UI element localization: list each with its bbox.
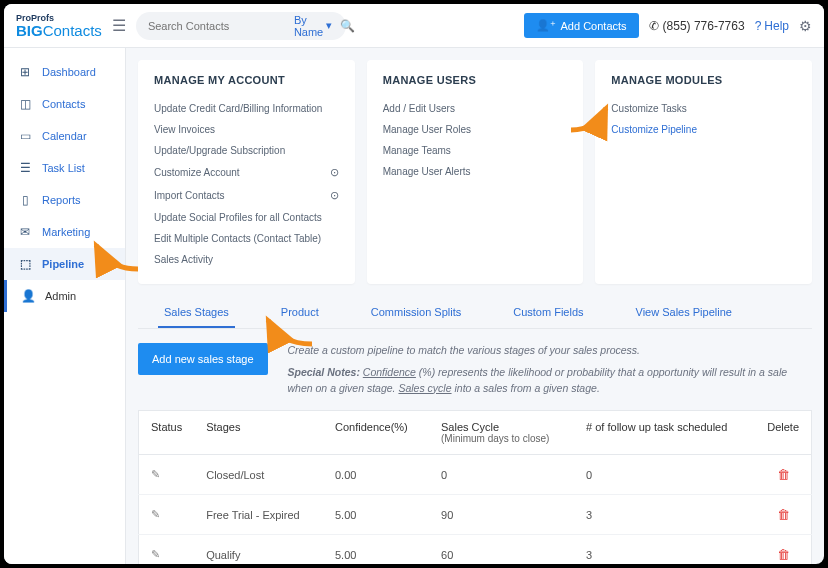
cell-cycle: 0 [429,455,574,495]
cell-confidence: 5.00 [323,535,429,564]
search-input[interactable] [148,20,286,32]
account-link-billing[interactable]: Update Credit Card/Billing Information [154,98,339,119]
modules-link-tasks[interactable]: Customize Tasks [611,98,796,119]
tab-sales-stages[interactable]: Sales Stages [158,298,235,328]
account-link-subscription[interactable]: Update/Upgrade Subscription [154,140,339,161]
tab-custom-fields[interactable]: Custom Fields [507,298,589,328]
cell-cycle: 90 [429,495,574,535]
sidebar-item-label: Pipeline [42,258,84,270]
cell-confidence: 5.00 [323,495,429,535]
sidebar-item-marketing[interactable]: ✉Marketing [4,216,125,248]
sidebar-item-reports[interactable]: ▯Reports [4,184,125,216]
sidebar: ⊞Dashboard ◫Contacts ▭Calendar ☰Task Lis… [4,48,126,564]
card-title: MANAGE USERS [383,74,568,86]
sidebar-item-label: Dashboard [42,66,96,78]
phone-number: ✆(855) 776-7763 [649,19,745,33]
pipeline-icon: ⬚ [18,257,32,271]
calendar-icon: ▭ [18,129,32,143]
add-sales-stage-button[interactable]: Add new sales stage [138,343,268,375]
account-link-import[interactable]: Import Contacts⊙ [154,184,339,207]
col-followup: # of follow up task scheduled [574,411,755,455]
sidebar-item-label: Contacts [42,98,85,110]
trash-icon: 🗑 [777,467,790,482]
edit-row-button[interactable]: ✎ [139,455,195,495]
users-link-teams[interactable]: Manage Teams [383,140,568,161]
sidebar-item-pipeline[interactable]: ⬚Pipeline [4,248,125,280]
account-link-customize[interactable]: Customize Account⊙ [154,161,339,184]
account-link-social[interactable]: Update Social Profiles for all Contacts [154,207,339,228]
table-row: ✎ Free Trial - Expired 5.00 90 3 🗑 [139,495,812,535]
tab-commission-splits[interactable]: Commission Splits [365,298,467,328]
users-link-add-edit[interactable]: Add / Edit Users [383,98,568,119]
cell-followup: 3 [574,535,755,564]
sidebar-item-label: Task List [42,162,85,174]
col-delete: Delete [755,411,811,455]
add-user-icon: 👤⁺ [536,19,556,32]
cell-stage: Closed/Lost [194,455,323,495]
account-link-sales-activity[interactable]: Sales Activity [154,249,339,270]
manage-modules-card: MANAGE MODULES Customize Tasks Customize… [595,60,812,284]
stages-table: Status Stages Confidence(%) Sales Cycle(… [138,410,812,564]
gear-icon[interactable]: ⚙ [799,18,812,34]
dashboard-icon: ⊞ [18,65,32,79]
trash-icon: 🗑 [777,547,790,562]
admin-icon: 👤 [21,289,35,303]
tabs: Sales Stages Product Commission Splits C… [138,298,812,329]
sidebar-item-label: Calendar [42,130,87,142]
delete-row-button[interactable]: 🗑 [755,495,811,535]
sidebar-item-label: Marketing [42,226,90,238]
intro-text: Create a custom pipeline to match the va… [288,343,812,396]
top-bar: ProProfs BIGContacts ☰ By Name ▾ 🔍 👤⁺Add… [4,4,824,48]
help-icon: ? [755,19,762,33]
reports-icon: ▯ [18,193,32,207]
cell-stage: Qualify [194,535,323,564]
card-title: MANAGE MODULES [611,74,796,86]
tab-product[interactable]: Product [275,298,325,328]
search-icon[interactable]: 🔍 [340,19,355,33]
table-row: ✎ Closed/Lost 0.00 0 0 🗑 [139,455,812,495]
add-contacts-button[interactable]: 👤⁺Add Contacts [524,13,639,38]
manage-users-card: MANAGE USERS Add / Edit Users Manage Use… [367,60,584,284]
cell-followup: 3 [574,495,755,535]
tasklist-icon: ☰ [18,161,32,175]
table-row: ✎ Qualify 5.00 60 3 🗑 [139,535,812,564]
card-title: MANAGE MY ACCOUNT [154,74,339,86]
cell-stage: Free Trial - Expired [194,495,323,535]
users-link-roles[interactable]: Manage User Roles [383,119,568,140]
circle-arrow-icon: ⊙ [330,189,339,202]
sidebar-item-dashboard[interactable]: ⊞Dashboard [4,56,125,88]
sidebar-item-admin[interactable]: 👤Admin [4,280,125,312]
edit-row-button[interactable]: ✎ [139,535,195,564]
cell-followup: 0 [574,455,755,495]
logo: ProProfs BIGContacts [16,14,102,38]
delete-row-button[interactable]: 🗑 [755,535,811,564]
tab-view-pipeline[interactable]: View Sales Pipeline [630,298,738,328]
chevron-down-icon: ▾ [326,19,332,32]
marketing-icon: ✉ [18,225,32,239]
account-link-edit-multiple[interactable]: Edit Multiple Contacts (Contact Table) [154,228,339,249]
contacts-icon: ◫ [18,97,32,111]
sidebar-item-tasklist[interactable]: ☰Task List [4,152,125,184]
manage-account-card: MANAGE MY ACCOUNT Update Credit Card/Bil… [138,60,355,284]
search-filter-dropdown[interactable]: By Name ▾ [294,14,332,38]
col-confidence: Confidence(%) [323,411,429,455]
col-status: Status [139,411,195,455]
phone-icon: ✆ [649,19,659,33]
main-content: MANAGE MY ACCOUNT Update Credit Card/Bil… [126,48,824,564]
modules-link-pipeline[interactable]: Customize Pipeline [611,119,796,140]
search-bar[interactable]: By Name ▾ 🔍 [136,12,346,40]
sidebar-item-label: Reports [42,194,81,206]
col-stages: Stages [194,411,323,455]
edit-row-button[interactable]: ✎ [139,495,195,535]
menu-toggle-icon[interactable]: ☰ [112,16,126,35]
help-link[interactable]: ?Help [755,19,789,33]
account-link-invoices[interactable]: View Invoices [154,119,339,140]
delete-row-button[interactable]: 🗑 [755,455,811,495]
users-link-alerts[interactable]: Manage User Alerts [383,161,568,182]
cell-cycle: 60 [429,535,574,564]
col-cycle: Sales Cycle(Minimum days to close) [429,411,574,455]
sidebar-item-calendar[interactable]: ▭Calendar [4,120,125,152]
logo-bottom: BIGContacts [16,23,102,38]
sidebar-item-contacts[interactable]: ◫Contacts [4,88,125,120]
circle-arrow-icon: ⊙ [330,166,339,179]
